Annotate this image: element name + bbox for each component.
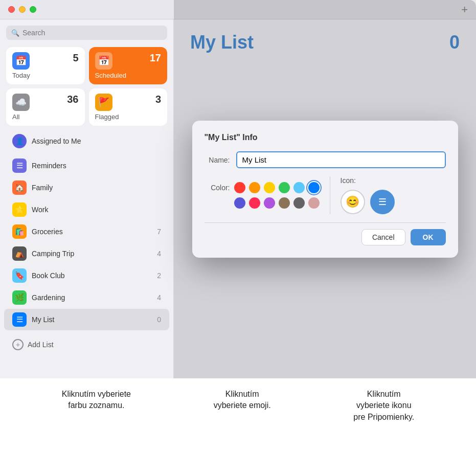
ok-button[interactable]: OK bbox=[411, 229, 446, 245]
icon-label: Icon: bbox=[341, 176, 356, 185]
gardening-count: 4 bbox=[157, 293, 161, 302]
camping-label: Camping Trip bbox=[32, 250, 152, 258]
modal-buttons: Cancel OK bbox=[205, 229, 446, 245]
smart-list-all[interactable]: ☁️ 36 All bbox=[6, 88, 85, 126]
scheduled-count: 17 bbox=[150, 52, 161, 64]
work-icon: ⭐ bbox=[12, 202, 27, 217]
add-list-button[interactable]: + Add List bbox=[4, 335, 169, 354]
sidebar-item-groceries[interactable]: 🛍️ Groceries 7 bbox=[4, 221, 169, 242]
color-icon-divider bbox=[330, 176, 330, 214]
sidebar-item-mylist[interactable]: ☰ My List 0 bbox=[4, 309, 169, 330]
name-label: Name: bbox=[205, 156, 230, 164]
family-icon: 🏠 bbox=[12, 180, 27, 195]
swatch-gray[interactable] bbox=[293, 197, 305, 209]
sidebar: 🔍 📅 5 Today 📅 17 Scheduled ☁ bbox=[0, 0, 174, 378]
minimize-button[interactable] bbox=[19, 6, 26, 13]
color-row-2 bbox=[205, 197, 320, 209]
cancel-button[interactable]: Cancel bbox=[361, 229, 405, 245]
color-row-1: Color: bbox=[205, 182, 320, 193]
sidebar-lists: ☰ Reminders 🏠 Family ⭐ Work 🛍️ Groceries… bbox=[0, 152, 173, 333]
all-icon: ☁️ bbox=[12, 94, 30, 111]
assigned-icon: 👤 bbox=[12, 134, 27, 148]
mylist-icon: ☰ bbox=[12, 312, 27, 327]
sidebar-item-bookclub[interactable]: 🔖 Book Club 2 bbox=[4, 265, 169, 286]
search-bar[interactable]: 🔍 bbox=[6, 26, 167, 40]
annotation-color: Kliknutím vyberietefarbu zoznamu. bbox=[62, 389, 131, 412]
groceries-label: Groceries bbox=[32, 228, 152, 236]
icon-label-row: Icon: bbox=[341, 176, 395, 185]
add-list-circle-icon: + bbox=[12, 339, 24, 350]
list-info-modal: "My List" Info Name: Color: bbox=[192, 121, 458, 258]
icon-option-list[interactable]: ☰ bbox=[370, 190, 395, 214]
swatch-pink[interactable] bbox=[249, 197, 260, 209]
traffic-lights bbox=[8, 6, 36, 13]
mylist-count: 0 bbox=[157, 315, 161, 324]
gardening-icon: 🌿 bbox=[12, 290, 27, 305]
assigned-label: Assigned to Me bbox=[32, 137, 161, 145]
sidebar-item-family[interactable]: 🏠 Family bbox=[4, 177, 169, 198]
sidebar-item-reminders[interactable]: ☰ Reminders bbox=[4, 155, 169, 176]
today-label: Today bbox=[12, 72, 79, 79]
bookclub-label: Book Club bbox=[32, 271, 152, 280]
modal-title: "My List" Info bbox=[205, 133, 446, 142]
sidebar-item-camping[interactable]: ⛺ Camping Trip 4 bbox=[4, 243, 169, 264]
flagged-label: Flagged bbox=[95, 113, 162, 121]
swatch-red[interactable] bbox=[234, 182, 245, 193]
assigned-to-me-item[interactable]: 👤 Assigned to Me bbox=[4, 130, 169, 152]
gardening-label: Gardening bbox=[32, 293, 152, 302]
close-button[interactable] bbox=[8, 6, 15, 13]
smart-list-scheduled[interactable]: 📅 17 Scheduled bbox=[89, 47, 168, 84]
family-label: Family bbox=[32, 184, 156, 192]
mylist-label: My List bbox=[32, 315, 152, 324]
icon-option-emoji[interactable]: 😊 bbox=[341, 190, 365, 214]
swatch-teal[interactable] bbox=[293, 182, 305, 193]
search-icon: 🔍 bbox=[11, 29, 19, 37]
swatch-rose[interactable] bbox=[308, 197, 320, 209]
swatch-blue[interactable] bbox=[308, 182, 320, 193]
list-name-input[interactable] bbox=[236, 151, 446, 168]
work-label: Work bbox=[32, 206, 156, 214]
swatch-brown[interactable] bbox=[279, 197, 290, 209]
icon-section: Icon: 😊 ☰ bbox=[341, 176, 395, 214]
annotations-area: Kliknutím vyberietefarbu zoznamu. Kliknu… bbox=[0, 378, 476, 453]
icon-options: 😊 ☰ bbox=[341, 190, 395, 214]
swatch-orange[interactable] bbox=[249, 182, 260, 193]
smart-list-today[interactable]: 📅 5 Today bbox=[6, 47, 85, 84]
app-window: + 🔍 📅 5 Today 📅 17 Scheduled bbox=[0, 0, 476, 378]
swatch-green[interactable] bbox=[279, 182, 290, 193]
color-swatches-row1 bbox=[234, 182, 320, 193]
add-list-label: Add List bbox=[28, 341, 54, 349]
reminders-label: Reminders bbox=[32, 162, 156, 170]
color-section: Color: bbox=[205, 182, 320, 209]
sidebar-item-work[interactable]: ⭐ Work bbox=[4, 199, 169, 220]
swatch-purple[interactable] bbox=[234, 197, 245, 209]
modal-divider bbox=[205, 222, 446, 223]
search-input[interactable] bbox=[22, 29, 162, 37]
sidebar-item-gardening[interactable]: 🌿 Gardening 4 bbox=[4, 287, 169, 308]
maximize-button[interactable] bbox=[30, 6, 36, 13]
today-count: 5 bbox=[73, 52, 78, 64]
annotation-icon: Kliknutímvyberiete ikonupre Pripomienky. bbox=[353, 389, 414, 423]
bookclub-icon: 🔖 bbox=[12, 268, 27, 283]
emoji-icon: 😊 bbox=[346, 195, 359, 209]
annotation-color-text: Kliknutím vyberietefarbu zoznamu. bbox=[62, 389, 131, 412]
flagged-icon: 🚩 bbox=[95, 94, 112, 111]
annotation-emoji: Kliknutímvyberiete emoji. bbox=[214, 389, 271, 412]
swatch-yellow[interactable] bbox=[264, 182, 275, 193]
today-icon: 📅 bbox=[12, 52, 30, 70]
color-swatches-row2 bbox=[234, 197, 320, 209]
color-icon-row: Color: bbox=[205, 176, 446, 214]
smart-lists-grid: 📅 5 Today 📅 17 Scheduled ☁️ 36 All bbox=[0, 45, 173, 130]
annotation-icon-text: Kliknutímvyberiete ikonupre Pripomienky. bbox=[353, 389, 414, 423]
smart-list-flagged[interactable]: 🚩 3 Flagged bbox=[89, 88, 168, 126]
groceries-icon: 🛍️ bbox=[12, 224, 27, 239]
swatch-violet[interactable] bbox=[264, 197, 275, 209]
reminders-icon: ☰ bbox=[12, 158, 27, 173]
all-label: All bbox=[12, 113, 79, 121]
groceries-count: 7 bbox=[157, 228, 161, 236]
list-icon: ☰ bbox=[378, 196, 387, 208]
flagged-count: 3 bbox=[155, 94, 161, 105]
bookclub-count: 2 bbox=[157, 271, 161, 280]
all-count: 36 bbox=[67, 94, 78, 105]
annotation-emoji-text: Kliknutímvyberiete emoji. bbox=[214, 389, 271, 412]
